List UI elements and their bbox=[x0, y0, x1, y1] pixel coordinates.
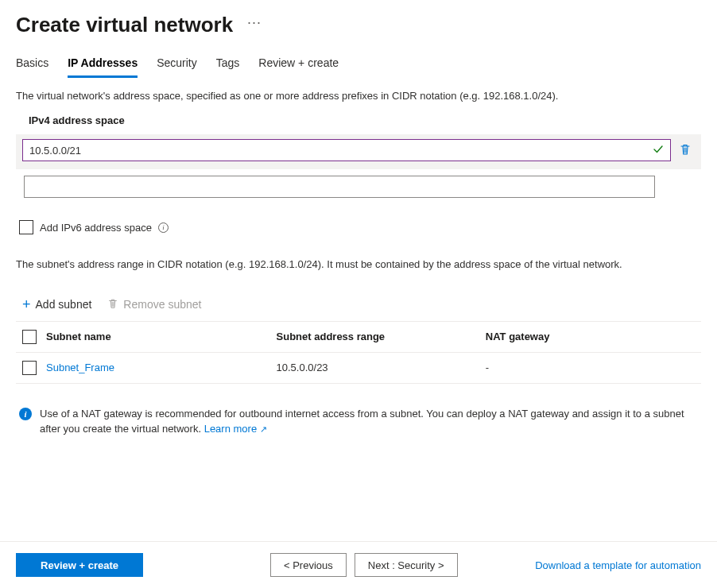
ipv6-checkbox-label: Add IPv6 address space bbox=[40, 222, 152, 234]
nat-info-body: Use of a NAT gateway is recommended for … bbox=[40, 408, 684, 435]
download-template-link[interactable]: Download a template for automation bbox=[535, 559, 701, 571]
add-subnet-label: Add subnet bbox=[36, 298, 92, 311]
page-title: Create virtual network bbox=[16, 13, 233, 37]
external-link-icon: ↗ bbox=[260, 424, 267, 434]
tab-review-create[interactable]: Review + create bbox=[258, 50, 339, 78]
ipv4-description: The virtual network's address space, spe… bbox=[16, 90, 701, 102]
main-content: The virtual network's address space, spe… bbox=[0, 79, 717, 443]
tab-basics[interactable]: Basics bbox=[16, 50, 48, 78]
ipv4-address-input[interactable]: 10.5.0.0/21 bbox=[22, 139, 671, 161]
col-header-nat: NAT gateway bbox=[486, 331, 695, 342]
learn-more-link[interactable]: Learn more ↗ bbox=[204, 423, 267, 435]
remove-subnet-label: Remove subnet bbox=[123, 298, 201, 311]
review-create-button[interactable]: Review + create bbox=[16, 553, 143, 577]
previous-button[interactable]: < Previous bbox=[270, 553, 347, 577]
subnet-description: The subnet's address range in CIDR notat… bbox=[16, 257, 701, 273]
tab-tags[interactable]: Tags bbox=[216, 50, 240, 78]
page-header: Create virtual network ··· bbox=[0, 0, 717, 44]
footer: Review + create < Previous Next : Securi… bbox=[0, 541, 717, 588]
delete-address-icon[interactable] bbox=[676, 140, 695, 161]
ipv4-address-value: 10.5.0.0/21 bbox=[29, 145, 81, 157]
ipv4-address-row: 10.5.0.0/21 bbox=[22, 139, 695, 161]
ipv4-address-new-input[interactable] bbox=[24, 176, 655, 198]
select-all-checkbox[interactable] bbox=[22, 330, 37, 344]
remove-subnet-button: Remove subnet bbox=[107, 298, 201, 311]
nat-info-banner: i Use of a NAT gateway is recommended fo… bbox=[16, 400, 701, 443]
nat-info-text: Use of a NAT gateway is recommended for … bbox=[40, 406, 698, 437]
col-header-name: Subnet name bbox=[46, 331, 277, 342]
subnet-table-header: Subnet name Subnet address range NAT gat… bbox=[16, 321, 701, 353]
ipv6-row: Add IPv6 address space i bbox=[16, 220, 701, 234]
ipv4-address-block: 10.5.0.0/21 bbox=[16, 134, 701, 169]
more-menu-icon[interactable]: ··· bbox=[247, 14, 262, 36]
info-icon[interactable]: i bbox=[158, 222, 169, 233]
row-checkbox[interactable] bbox=[22, 361, 37, 375]
col-header-range: Subnet address range bbox=[277, 331, 486, 342]
ipv6-checkbox[interactable] bbox=[19, 220, 33, 234]
subnet-name-link[interactable]: Subnet_Frame bbox=[46, 362, 114, 373]
subnet-nat-value: - bbox=[486, 362, 695, 373]
plus-icon: + bbox=[22, 296, 31, 313]
tab-security[interactable]: Security bbox=[157, 50, 197, 78]
add-subnet-button[interactable]: + Add subnet bbox=[22, 296, 91, 313]
next-button[interactable]: Next : Security > bbox=[355, 553, 458, 577]
subnet-range-value: 10.5.0.0/23 bbox=[277, 362, 486, 373]
trash-icon bbox=[107, 298, 118, 311]
subnet-table: Subnet name Subnet address range NAT gat… bbox=[16, 321, 701, 384]
check-icon bbox=[653, 144, 664, 157]
info-badge-icon: i bbox=[19, 408, 32, 420]
tab-bar: Basics IP Addresses Security Tags Review… bbox=[0, 44, 717, 79]
subnet-table-row: Subnet_Frame 10.5.0.0/23 - bbox=[16, 353, 701, 384]
subnet-actions: + Add subnet Remove subnet bbox=[16, 296, 701, 313]
tab-ip-addresses[interactable]: IP Addresses bbox=[68, 50, 138, 78]
ipv4-section-label: IPv4 address space bbox=[29, 114, 701, 126]
